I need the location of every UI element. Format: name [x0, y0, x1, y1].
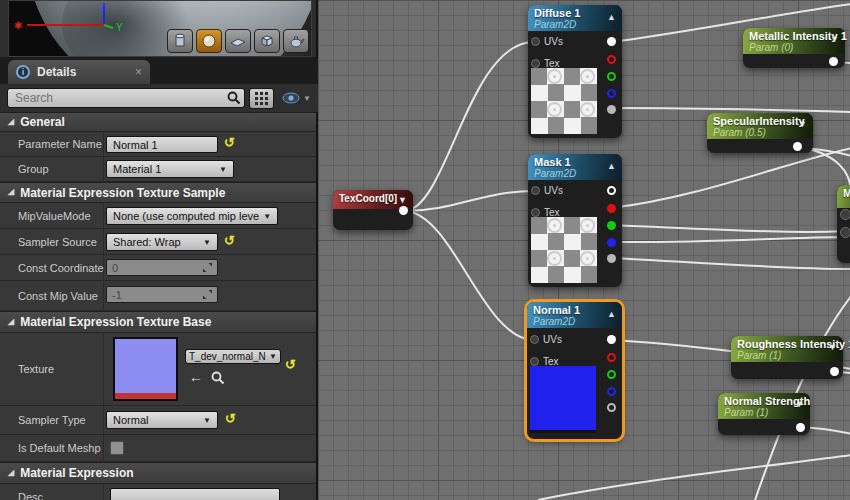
pin-uvs-in[interactable] — [531, 186, 540, 195]
section-texture-sample[interactable]: ◢ Material Expression Texture Sample — [0, 182, 316, 203]
pin-r-out[interactable] — [607, 55, 616, 64]
section-expand-icon: ◢ — [8, 117, 14, 126]
pin-rgb-out[interactable] — [607, 37, 616, 46]
shape-plane-button[interactable] — [225, 29, 251, 53]
is-default-meshpaint-label: Is Default Meshp — [18, 442, 101, 454]
pin-tex-in[interactable] — [531, 59, 540, 68]
sampler-source-dropdown[interactable]: Shared: Wrap ▼ — [106, 233, 218, 251]
sampler-source-value: Shared: Wrap — [113, 236, 181, 248]
pin-param-out[interactable] — [793, 142, 802, 151]
pin-g-out[interactable] — [607, 72, 616, 81]
reset-parameter-name-icon[interactable]: ↺ — [224, 138, 235, 148]
pin-uvs-label: UVs — [543, 334, 562, 345]
node-roughness-intensity[interactable]: Roughness Intensity 1 Param (1) ▼ — [731, 336, 843, 379]
chevron-down-icon: ▼ — [269, 352, 277, 361]
pin-r-out[interactable] — [607, 353, 616, 362]
node-normal-strength[interactable]: Normal Strength Param (1) ▼ — [718, 393, 810, 435]
desc-label: Desc — [18, 491, 43, 500]
node-diffuse-title: Diffuse 1 — [534, 7, 616, 19]
sampler-type-dropdown[interactable]: Normal ▼ — [106, 411, 218, 429]
section-texture-base[interactable]: ◢ Material Expression Texture Base — [0, 311, 316, 333]
shape-cylinder-button[interactable] — [167, 29, 193, 53]
details-tab-label: Details — [37, 65, 76, 79]
tab-details[interactable]: i Details × — [8, 60, 150, 84]
row-is-default-meshpaint: Is Default Meshp — [0, 435, 316, 462]
shape-cube-button[interactable] — [254, 29, 280, 53]
grid-icon — [255, 92, 268, 105]
shape-sphere-button[interactable] — [196, 29, 222, 53]
pin-b-out[interactable] — [607, 238, 616, 247]
search-input[interactable] — [7, 88, 245, 108]
row-desc: Desc — [0, 484, 316, 500]
section-material-expression[interactable]: ◢ Material Expression — [0, 462, 316, 484]
pin-rgb-out[interactable] — [607, 186, 616, 195]
parameter-name-field[interactable] — [106, 136, 218, 153]
pin-uvs-in[interactable] — [530, 335, 539, 344]
mask-texture-preview — [531, 217, 597, 283]
node-specular-intensity[interactable]: SpecularIntensity Param (0.5) ▼ — [707, 113, 813, 153]
section-expand-icon: ◢ — [8, 187, 14, 196]
material-editor-window: Z ✱ Y — [0, 0, 850, 500]
pin-a-in[interactable] — [840, 209, 850, 220]
row-sampler-source: Sampler Source Shared: Wrap ▼ ↺ — [0, 229, 316, 255]
tab-close-icon[interactable]: × — [135, 65, 142, 79]
node-diffuse[interactable]: Diffuse 1 Param2D ▲ UVs Tex — [528, 5, 622, 138]
texture-thumbnail[interactable] — [113, 337, 178, 401]
pin-param-out[interactable] — [830, 367, 839, 376]
chevron-down-icon: ▼ — [828, 342, 837, 352]
pin-rgb-out[interactable] — [607, 335, 616, 344]
shape-teapot-button[interactable] — [283, 29, 309, 53]
wire-texcoord-diffuse — [405, 42, 534, 211]
pin-tex-in[interactable] — [530, 357, 539, 366]
reset-texture-icon[interactable]: ↺ — [285, 360, 296, 370]
material-graph-canvas[interactable]: TexCoord[0] ▼ Diffuse 1 Param2D ▲ UVs Te… — [318, 0, 850, 500]
section-texture-sample-title: Material Expression Texture Sample — [20, 186, 225, 200]
view-options-button[interactable]: ▼ — [278, 88, 315, 109]
mipvaluemode-dropdown[interactable]: None (use computed mip leve ▼ — [106, 207, 278, 225]
property-matrix-button[interactable] — [249, 88, 274, 109]
reset-sampler-type-icon[interactable]: ↺ — [225, 414, 236, 424]
node-texcoord[interactable]: TexCoord[0] ▼ — [333, 190, 413, 230]
node-clipped-multiply[interactable]: M — [837, 185, 850, 263]
pin-r-out[interactable] — [607, 204, 616, 213]
pin-param-out[interactable] — [796, 423, 805, 432]
node-mask-title: Mask 1 — [534, 156, 616, 168]
group-dropdown[interactable]: Material 1 ▼ — [106, 160, 234, 178]
section-texture-base-title: Material Expression Texture Base — [20, 315, 211, 329]
pin-a-out[interactable] — [607, 105, 616, 114]
details-tab-bar: i Details × — [0, 57, 318, 84]
node-diffuse-subtitle: Param2D — [534, 19, 616, 30]
use-selected-icon[interactable]: ← — [189, 369, 203, 385]
const-mip-value-label: Const Mip Value — [18, 290, 98, 302]
pin-g-out[interactable] — [607, 370, 616, 379]
pin-uvs-label: UVs — [544, 36, 563, 47]
material-preview-viewport[interactable]: Z ✱ Y — [8, 0, 312, 57]
node-clipped-title: M — [843, 187, 850, 199]
const-mip-value-value: -1 — [112, 289, 122, 301]
node-normal[interactable]: Normal 1 Param2D ▲ UVs Tex — [527, 302, 622, 439]
pin-b-out[interactable] — [607, 89, 616, 98]
node-roughness-title: Roughness Intensity 1 — [737, 338, 837, 350]
node-metallic-intensity[interactable]: Metallic Intensity 1 Param (0) ▼ — [743, 28, 845, 68]
node-mask[interactable]: Mask 1 Param2D ▲ UVs Tex — [528, 154, 622, 287]
sampler-source-label: Sampler Source — [18, 236, 97, 248]
pin-b-out[interactable] — [607, 387, 616, 396]
sampler-type-value: Normal — [113, 414, 148, 426]
pin-texcoord-out[interactable] — [399, 206, 408, 215]
reset-sampler-source-icon[interactable]: ↺ — [224, 236, 235, 246]
browse-to-asset-icon[interactable] — [211, 371, 225, 385]
pin-a-out[interactable] — [607, 403, 616, 412]
pin-uvs-in[interactable] — [531, 37, 540, 46]
section-general[interactable]: ◢ General — [0, 112, 316, 132]
node-metallic-title: Metallic Intensity 1 — [749, 30, 839, 42]
collapse-icon: ▲ — [607, 161, 616, 171]
pin-a-out[interactable] — [607, 254, 616, 263]
pin-param-out[interactable] — [829, 57, 838, 66]
eye-icon — [282, 92, 300, 104]
is-default-meshpaint-checkbox[interactable] — [110, 441, 124, 455]
desc-field[interactable] — [110, 488, 280, 500]
pin-g-out[interactable] — [607, 221, 616, 230]
texture-asset-dropdown[interactable]: T_dev_normal_N ▼ — [185, 349, 281, 364]
pin-b-in[interactable] — [840, 227, 850, 238]
pin-tex-in[interactable] — [531, 208, 540, 217]
